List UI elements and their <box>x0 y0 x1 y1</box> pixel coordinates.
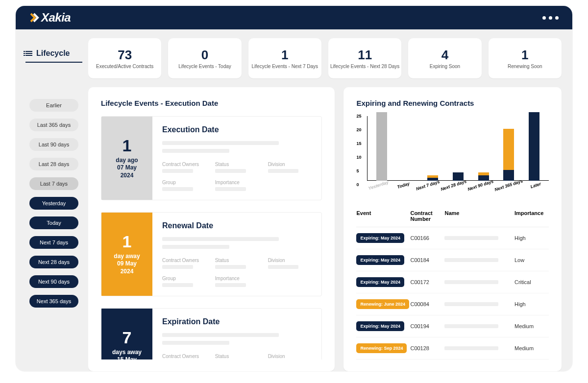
stat-value: 11 <box>358 48 372 63</box>
table-row[interactable]: Expiring: May 2024C00172Critical <box>356 271 549 293</box>
chart-ytick: 25 <box>356 114 361 119</box>
event-date-block: 7days away15 May2024 <box>101 309 152 359</box>
placeholder-line <box>215 169 246 173</box>
event-badge: Renewing: June 2024 <box>356 299 409 309</box>
stat-card[interactable]: 73Executed/Active Contracts <box>88 38 161 78</box>
importance-value: Low <box>514 257 549 263</box>
stat-card[interactable]: 1Lifecycle Events - Next 7 Days <box>248 38 321 78</box>
time-filter-button[interactable]: Last 7 days <box>29 177 78 190</box>
chart-bar-expiring <box>529 112 539 181</box>
placeholder-line <box>162 341 229 345</box>
meta-label: Division <box>268 162 312 167</box>
lifecycle-event-card[interactable]: 1day ago07 May2024Execution DateContract… <box>101 116 322 200</box>
importance-value: Medium <box>514 345 549 351</box>
event-count: 7 <box>122 329 132 346</box>
contract-number: C00084 <box>410 301 444 307</box>
meta-label: Group <box>162 276 206 281</box>
placeholder-line <box>268 265 299 269</box>
th-number: Contract Number <box>410 210 444 222</box>
lifecycle-event-card[interactable]: 7days away15 May2024Expiration DateContr… <box>101 308 322 359</box>
header-bar: Xakia <box>16 6 572 29</box>
stat-card[interactable]: 11Lifecycle Events - Next 28 Days <box>328 38 401 78</box>
time-filter-button[interactable]: Last 28 days <box>29 158 78 170</box>
stat-value: 4 <box>441 48 448 63</box>
event-badge: Expiring: May 2024 <box>356 321 404 331</box>
event-count: 1 <box>122 233 132 250</box>
meta-label: Contract Owners <box>162 258 206 263</box>
table-row[interactable]: Expiring: May 2024C00184Low <box>356 249 549 271</box>
table-header-row: Event Contract Number Name Importance <box>356 210 549 227</box>
expiring-renewing-panel: Expiring and Renewing Contracts 05101520… <box>343 87 562 371</box>
stat-label: Lifecycle Events - Next 28 Days <box>330 64 399 69</box>
lifecycle-event-card[interactable]: 1day away09 May2024Renewal DateContract … <box>101 212 322 296</box>
placeholder-line <box>444 346 498 350</box>
event-date-block: 1day ago07 May2024 <box>101 117 152 200</box>
event-badge: Expiring: May 2024 <box>356 277 404 287</box>
placeholder-line <box>162 169 193 173</box>
stat-value: 0 <box>201 48 208 63</box>
placeholder-line <box>162 283 193 287</box>
brand-name: Xakia <box>41 11 71 24</box>
time-filter-button[interactable]: Yesterday <box>29 197 78 210</box>
time-filter-button[interactable]: Next 7 days <box>29 236 78 249</box>
stat-value: 1 <box>521 48 528 63</box>
th-importance: Importance <box>514 210 549 222</box>
stat-card[interactable]: 0Lifecycle Events - Today <box>168 38 241 78</box>
event-body: Renewal DateContract OwnersStatusDivisio… <box>152 213 321 296</box>
chart-column <box>394 116 420 181</box>
placeholder-line <box>215 283 246 287</box>
placeholder-line <box>162 149 229 153</box>
contracts-table: Event Contract Number Name Importance Ex… <box>356 210 549 359</box>
chart-xlabel: Later <box>522 177 550 199</box>
time-filter-button[interactable]: Today <box>29 216 78 229</box>
placeholder-line <box>215 265 246 269</box>
chart-column <box>445 116 471 181</box>
sidebar-title: Lifecycle <box>25 49 82 63</box>
meta-label: Division <box>268 354 312 359</box>
placeholder-line <box>162 237 279 241</box>
placeholder-line <box>162 245 229 249</box>
more-menu-icon[interactable] <box>542 16 559 20</box>
importance-value: Medium <box>514 323 549 329</box>
table-row[interactable]: Renewing: Sep 2024C00128Medium <box>356 337 549 359</box>
time-filter-button[interactable]: Earlier <box>29 99 78 112</box>
table-row[interactable]: Expiring: May 2024C00166High <box>356 227 549 249</box>
time-filter-button[interactable]: Next 365 days <box>29 295 78 308</box>
time-filter-button[interactable]: Last 90 days <box>29 138 78 151</box>
event-count: 1 <box>122 137 132 154</box>
importance-value: High <box>514 235 549 241</box>
stat-row: 73Executed/Active Contracts0Lifecycle Ev… <box>88 38 562 78</box>
chart-ytick: 0 <box>356 182 359 187</box>
chart-ytick: 15 <box>356 141 361 146</box>
event-body: Expiration DateContract OwnersStatusDivi… <box>152 309 321 359</box>
table-row[interactable]: Expiring: May 2024C00194Medium <box>356 315 549 337</box>
importance-value: High <box>514 301 549 307</box>
contract-number: C00128 <box>410 345 444 351</box>
chart-ytick: 5 <box>356 168 359 173</box>
chart-column <box>521 116 547 181</box>
placeholder-line <box>162 187 193 191</box>
chart-ytick: 10 <box>356 155 361 160</box>
contract-number: C00166 <box>410 235 444 241</box>
contract-number: C00184 <box>410 257 444 263</box>
time-filter-button[interactable]: Next 28 days <box>29 256 78 268</box>
event-badge: Expiring: May 2024 <box>356 233 404 243</box>
event-relative: day ago07 May2024 <box>116 157 138 180</box>
meta-label: Status <box>215 258 259 263</box>
meta-label: Importance <box>215 180 259 185</box>
stat-card[interactable]: 1Renewing Soon <box>489 38 562 78</box>
table-row[interactable]: Renewing: June 2024C00084High <box>356 293 549 315</box>
event-relative: days away15 May2024 <box>112 349 142 359</box>
time-filter-button[interactable]: Next 90 days <box>29 275 78 288</box>
chart-column <box>369 116 394 181</box>
page-title: Lifecycle <box>36 49 70 58</box>
placeholder-line <box>444 302 498 306</box>
stat-label: Lifecycle Events - Next 7 Days <box>252 64 318 69</box>
stat-card[interactable]: 4Expiring Soon <box>408 38 481 78</box>
importance-value: Critical <box>514 279 549 285</box>
placeholder-line <box>268 169 299 173</box>
placeholder-line <box>444 324 498 328</box>
chart-xlabel: Next 90 days <box>466 177 497 199</box>
time-filter-button[interactable]: Last 365 days <box>29 119 78 131</box>
brand-logo[interactable]: Xakia <box>29 11 71 24</box>
